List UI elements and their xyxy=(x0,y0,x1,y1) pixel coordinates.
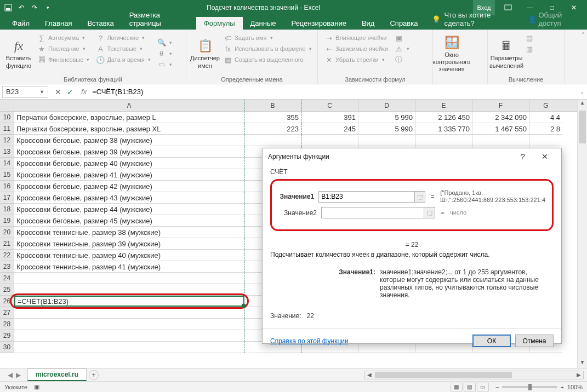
tab-view[interactable]: Вид xyxy=(354,17,383,30)
use-in-formula-button[interactable]: fxИспользовать в формуле▾ xyxy=(223,44,313,54)
row-header[interactable]: 14 xyxy=(0,158,14,169)
view-break-icon[interactable]: ▭ xyxy=(477,383,489,391)
row-header[interactable]: 28 xyxy=(0,319,14,330)
cell[interactable]: Кроссовки беговые, размер 41 (мужские) xyxy=(14,169,244,181)
row-header[interactable]: 27 xyxy=(0,307,14,319)
cancel-button[interactable]: Отмена xyxy=(515,335,554,347)
tab-layout[interactable]: Разметка страницы xyxy=(122,9,196,30)
cell[interactable]: Кроссовки теннисные, размер 40 (мужские) xyxy=(14,250,244,261)
tab-formulas[interactable]: Формулы xyxy=(196,17,243,30)
sheet-tab-active[interactable]: microexcel.ru xyxy=(27,368,87,381)
cell[interactable]: 4 4 xyxy=(529,112,562,123)
vscroll-thumb[interactable] xyxy=(579,111,586,143)
row-header[interactable]: 10 xyxy=(0,112,14,123)
cell[interactable] xyxy=(14,284,244,296)
cell[interactable] xyxy=(529,135,562,146)
view-normal-icon[interactable]: ▦ xyxy=(451,383,463,391)
cell[interactable]: 2 8 xyxy=(529,123,562,135)
collapse-ribbon-icon[interactable]: ˄ xyxy=(582,32,585,39)
more-button[interactable]: ▭▾ xyxy=(156,60,173,70)
insert-function-button[interactable]: fx Вставить функцию xyxy=(3,32,34,75)
row-header[interactable]: 15 xyxy=(0,169,14,181)
view-layout-icon[interactable]: ▤ xyxy=(464,383,476,391)
cell[interactable]: 2 126 450 xyxy=(415,112,472,123)
row-header[interactable]: 18 xyxy=(0,204,14,215)
horizontal-scrollbar[interactable]: ◀ ▶ xyxy=(364,371,584,379)
scroll-down-icon[interactable]: ▼ xyxy=(578,359,587,368)
tab-home[interactable]: Главная xyxy=(37,17,79,30)
row-header[interactable]: 20 xyxy=(0,227,14,238)
cancel-formula-icon[interactable]: ✕ xyxy=(55,88,61,96)
tab-file[interactable]: Файл xyxy=(4,17,37,30)
cell[interactable] xyxy=(14,273,244,284)
arg1-ref-icon[interactable]: ⬚ xyxy=(415,191,425,203)
macro-record-icon[interactable]: ▣ xyxy=(34,383,39,390)
fill-handle[interactable] xyxy=(242,304,246,308)
row-header[interactable]: 24 xyxy=(0,273,14,284)
zoom-control[interactable]: − + 100% xyxy=(495,384,583,390)
row-header[interactable]: 25 xyxy=(0,284,14,296)
evaluate-button[interactable]: ⓘ xyxy=(394,55,411,65)
row-header[interactable]: 12 xyxy=(0,135,14,146)
sheet-nav-next-icon[interactable]: ▶ xyxy=(16,371,21,379)
help-link[interactable]: Справка по этой функции xyxy=(270,337,349,345)
financial-button[interactable]: 圓Финансовые▾ xyxy=(36,55,90,65)
redo-icon[interactable]: ↷ xyxy=(29,2,41,14)
cell[interactable]: Кроссовки теннисные, размер 39 (мужские) xyxy=(14,238,244,250)
datetime-button[interactable]: 🕒Дата и время▾ xyxy=(95,55,151,65)
cell[interactable]: Кроссовки беговые, размер 43 (мужские) xyxy=(14,192,244,204)
cell[interactable]: Кроссовки теннисные, размер 41 (мужские) xyxy=(14,261,244,273)
col-header-C[interactable]: C xyxy=(301,100,358,111)
cell[interactable]: 2 342 090 xyxy=(472,112,529,123)
trace-dependents-button[interactable]: ⇠Зависимые ячейки xyxy=(323,44,389,54)
arg2-ref-icon[interactable]: ⬚ xyxy=(424,207,435,218)
zoom-out-icon[interactable]: − xyxy=(495,384,499,390)
arg1-input[interactable] xyxy=(318,191,415,203)
zoom-in-icon[interactable]: + xyxy=(560,384,563,390)
cell[interactable]: Перчатки боксерские, взрослые, размер XL xyxy=(14,123,244,135)
scroll-right-icon[interactable]: ▶ xyxy=(574,372,583,378)
col-header-A[interactable]: A xyxy=(14,100,244,111)
row-header[interactable]: 21 xyxy=(0,238,14,250)
save-icon[interactable] xyxy=(2,2,14,14)
cell[interactable] xyxy=(14,342,244,353)
col-header-E[interactable]: E xyxy=(415,100,472,111)
cell[interactable]: 5 990 xyxy=(358,112,415,123)
cell[interactable]: 5 990 xyxy=(358,123,415,135)
name-box[interactable]: B23 ▼ xyxy=(2,86,48,98)
remove-arrows-button[interactable]: ✕Убрать стрелки▾ xyxy=(323,55,389,65)
watch-window-button[interactable]: 🪟 Окно контрольного значения xyxy=(436,32,467,75)
cell[interactable]: Кроссовки беговые, размер 44 (мужские) xyxy=(14,204,244,215)
row-header[interactable]: 22 xyxy=(0,250,14,261)
active-cell-a26[interactable]: =СЧЁТ(B1:B23) xyxy=(14,296,244,307)
math-button[interactable]: θ▾ xyxy=(156,49,173,59)
cell[interactable]: Кроссовки беговые, размер 39 (мужские) xyxy=(14,146,244,158)
show-formulas-button[interactable]: ▣ xyxy=(394,33,411,43)
hscroll-thumb[interactable] xyxy=(375,372,512,378)
select-all-corner[interactable] xyxy=(0,100,14,111)
cell[interactable]: 245 xyxy=(301,123,358,135)
formula-input[interactable] xyxy=(90,86,577,98)
cell[interactable]: 391 xyxy=(301,112,358,123)
zoom-thumb[interactable] xyxy=(528,384,532,390)
row-header[interactable]: 23 xyxy=(0,261,14,273)
recent-button[interactable]: ★Последние▾ xyxy=(36,44,90,54)
col-header-B[interactable]: B xyxy=(244,100,301,111)
cell[interactable] xyxy=(415,135,472,146)
cell[interactable]: Кроссовки беговые, размер 42 (мужские) xyxy=(14,181,244,192)
name-manager-button[interactable]: 📋 Диспетчер имен xyxy=(190,32,220,75)
cell[interactable]: 223 xyxy=(244,123,301,135)
autosum-button[interactable]: ∑Автосумма▾ xyxy=(36,33,90,43)
cell[interactable]: Кроссовки теннисные, размер 38 (мужские) xyxy=(14,227,244,238)
expand-formula-bar-icon[interactable]: ⌄ xyxy=(577,89,587,95)
tab-insert[interactable]: Вставка xyxy=(79,17,121,30)
row-header[interactable]: 29 xyxy=(0,330,14,342)
share-button[interactable]: 👤Общий доступ xyxy=(522,9,587,30)
create-from-selection-button[interactable]: ▦Создать из выделенного xyxy=(223,55,313,65)
scroll-up-icon[interactable]: ▲ xyxy=(578,100,587,108)
cell[interactable]: Кроссовки беговые, размер 38 (мужские) xyxy=(14,135,244,146)
cell[interactable]: 1 467 550 xyxy=(472,123,529,135)
cell[interactable]: Кроссовки беговые, размер 45 (мужские) xyxy=(14,215,244,227)
cell[interactable] xyxy=(358,135,415,146)
tell-me[interactable]: 💡Что вы хотите сделать? xyxy=(425,9,522,30)
